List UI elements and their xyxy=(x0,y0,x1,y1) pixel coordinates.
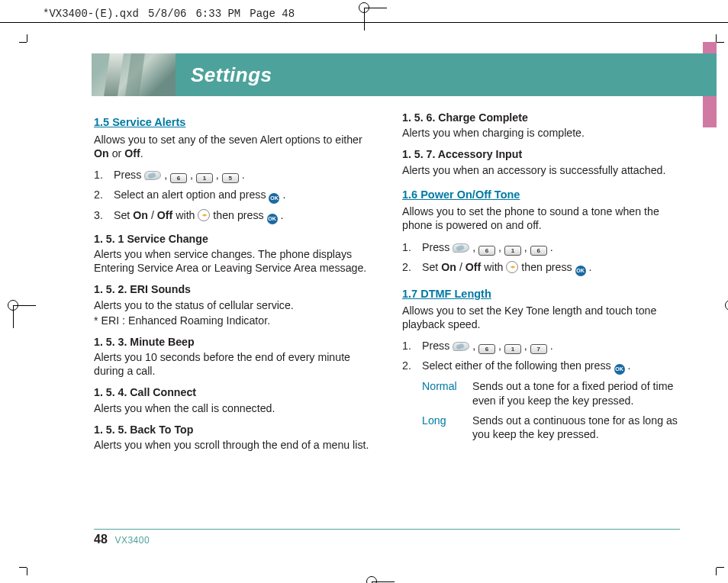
dtmf-long-desc: Sends out a continuous tone for as long … xyxy=(472,414,680,441)
step-1-6-1: 1. Press , 6 , 1 , 6 . xyxy=(402,240,680,256)
page-number: 48 xyxy=(94,533,108,546)
page-frame: Settings 1.5 Service Alerts Allows you t… xyxy=(27,42,717,568)
nav-key-icon xyxy=(506,261,518,273)
page-footer: 48 VX3400 xyxy=(94,529,680,546)
key-5-icon: 5 xyxy=(222,173,239,183)
body-1-5-4: Alerts you when the call is connected. xyxy=(94,401,372,415)
chapter-title: Settings xyxy=(191,63,272,87)
heading-1-5-1: 1. 5. 1 Service Change xyxy=(94,232,372,246)
dtmf-option-normal: Normal Sends out a tone for a fixed peri… xyxy=(422,379,680,407)
dtmf-option-long: Long Sends out a continuous tone for as … xyxy=(422,414,680,441)
ok-key-icon: OK xyxy=(269,193,279,204)
body-1-5-2a: Alerts you to the status of cellular ser… xyxy=(94,298,372,312)
heading-1-5-4: 1. 5. 4. Call Connect xyxy=(94,385,372,399)
key-6-icon: 6 xyxy=(530,246,547,256)
heading-1-5-7: 1. 5. 7. Accessory Input xyxy=(402,147,680,161)
step-1-5-1: 1. Press , 6 , 1 , 5 . xyxy=(94,168,372,183)
body-1-5-1: Alerts you when service changes. The pho… xyxy=(94,247,372,275)
ok-key-icon: OK xyxy=(614,364,625,375)
key-1-icon: 1 xyxy=(504,246,521,256)
key-6-icon: 6 xyxy=(170,173,187,183)
body-1-5-7: Alerts you when an accessory is successf… xyxy=(402,163,680,177)
dtmf-normal-desc: Sends out a tone for a fixed period of t… xyxy=(472,379,680,407)
nav-key-icon xyxy=(198,209,210,221)
ok-key-icon: OK xyxy=(267,214,278,224)
step-1-5-3: 3. Set On / Off with then press OK . xyxy=(94,208,372,224)
step-1-5-2: 2. Select an alert option and press OK . xyxy=(94,188,372,204)
heading-1-5-2: 1. 5. 2. ERI Sounds xyxy=(94,282,372,296)
chapter-header: Settings xyxy=(92,53,717,96)
heading-1-5-3: 1. 5. 3. Minute Beep xyxy=(94,335,372,349)
intro-1-5: Allows you to set any of the seven Alert… xyxy=(94,133,372,160)
heading-1-6: 1.6 Power On/Off Tone xyxy=(402,188,680,202)
body-1-5-3: Alerts you 10 seconds before the end of … xyxy=(94,350,372,378)
dtmf-normal-label: Normal xyxy=(422,379,463,407)
key-1-icon: 1 xyxy=(196,173,213,183)
left-soft-key-icon xyxy=(144,171,161,180)
step-1-6-2: 2. Set On / Off with then press OK . xyxy=(402,260,680,276)
heading-1-7: 1.7 DTMF Length xyxy=(402,287,680,301)
key-7-icon: 7 xyxy=(530,344,547,354)
key-6-icon: 6 xyxy=(478,344,495,354)
model-name: VX3400 xyxy=(114,535,150,546)
qxd-page: Page 48 xyxy=(250,8,295,20)
left-soft-key-icon xyxy=(453,342,469,351)
header-end-rule xyxy=(700,53,701,96)
heading-1-5: 1.5 Service Alerts xyxy=(94,115,372,130)
body-content: 1.5 Service Alerts Allows you to set any… xyxy=(94,111,680,522)
ok-key-icon: OK xyxy=(575,266,586,276)
heading-1-5-5: 1. 5. 5. Back To Top xyxy=(94,423,372,436)
body-1-5-6: Alerts you when charging is complete. xyxy=(402,126,680,140)
intro-1-7: Allows you to set the Key Tone length an… xyxy=(402,304,680,331)
left-soft-key-icon xyxy=(453,243,469,253)
qxd-time: 6:33 PM xyxy=(195,8,240,20)
qxd-date: 5/8/06 xyxy=(148,8,186,20)
step-1-7-2: 2. Select either of the following then p… xyxy=(402,359,680,375)
qxd-status-bar: *VX3400-(E).qxd 5/8/06 6:33 PM Page 48 xyxy=(0,0,728,23)
key-6-icon: 6 xyxy=(478,246,495,256)
qxd-filename: *VX3400-(E).qxd xyxy=(43,8,139,20)
body-1-5-2b: * ERI : Enhanced Roaming Indicator. xyxy=(94,314,372,327)
key-1-icon: 1 xyxy=(504,344,521,354)
step-1-7-1: 1. Press , 6 , 1 , 7 . xyxy=(402,339,680,354)
intro-1-6: Allows you to set the phone to sound a t… xyxy=(402,205,680,232)
header-thumbnail xyxy=(92,53,176,96)
heading-1-5-6: 1. 5. 6. Charge Complete xyxy=(402,111,680,124)
body-1-5-5: Alerts you when you scroll through the e… xyxy=(94,438,372,452)
dtmf-long-label: Long xyxy=(422,414,463,441)
